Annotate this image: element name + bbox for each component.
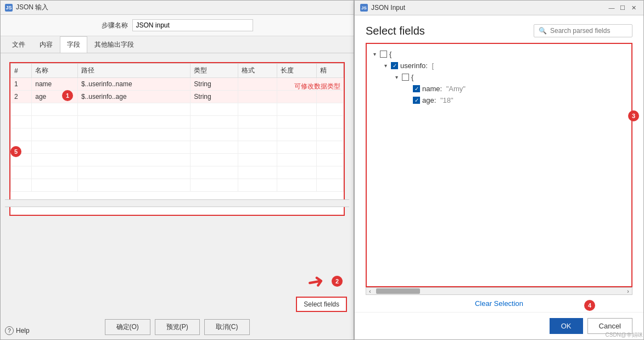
step-name-input[interactable] (132, 19, 253, 31)
dialog-titlebar-left: JS JSON Input (360, 4, 405, 12)
badge-5: 5 (10, 146, 21, 157)
scroll-left-arrow[interactable]: ‹ (366, 287, 374, 295)
main-titlebar: JS JSON 输入 (1, 1, 354, 15)
dialog-heading: Select fields (366, 25, 425, 37)
step-name-row: 步骤名称 (1, 15, 354, 36)
select-fields-button[interactable]: Select fields (296, 297, 347, 312)
checkbox-userinfo[interactable]: ✓ (391, 62, 398, 69)
checkbox-age[interactable]: ✓ (413, 97, 420, 104)
cell-path: $..userinfo..name (77, 78, 190, 91)
tree-userinfo-node[interactable]: ▾ ✓ userinfo: [ (382, 60, 627, 71)
col-name: 名称 (32, 64, 78, 78)
cell-path: $..userinfo..age (77, 91, 190, 103)
main-title-icon: JS (5, 4, 13, 12)
cell-prec (317, 91, 344, 103)
tree-age-label: age: (422, 96, 436, 104)
table-row (11, 154, 344, 166)
col-num: # (11, 64, 32, 78)
col-length: 长度 (277, 64, 317, 78)
tree-age-node[interactable]: ✓ age: "18" (404, 94, 627, 106)
scroll-right-arrow[interactable]: › (624, 287, 632, 295)
step-name-label: 步骤名称 (102, 21, 128, 30)
watermark: CSDN@辛娟咪 (606, 331, 643, 339)
tree-root-label: { (389, 50, 391, 58)
dialog-titlebar: JS JSON Input — ☐ ✕ (355, 1, 643, 15)
tree-children-userinfo: ▾ { ✓ name: "Amy" ✓ (393, 71, 627, 106)
tree-name-value: "Amy" (444, 85, 466, 93)
expand-userinfo[interactable]: ▾ (382, 63, 389, 69)
search-input[interactable] (550, 27, 621, 35)
horizontal-scrollbar[interactable] (5, 199, 349, 207)
cell-type: String (191, 91, 238, 103)
tree-children-sub: ✓ name: "Amy" ✓ age: "18" (404, 83, 627, 106)
tree-area: ▾ { ▾ ✓ userinfo: [ ▾ { (366, 43, 632, 287)
close-button[interactable]: ✕ (629, 3, 638, 12)
scrollbar-thumb[interactable] (376, 288, 420, 294)
tree-name-node[interactable]: ✓ name: "Amy" (404, 83, 627, 94)
main-bottom-buttons: 确定(O) 预览(P) 取消(C) (1, 319, 354, 335)
preview-button[interactable]: 预览(P) (155, 319, 200, 335)
ok-button[interactable]: OK (550, 318, 583, 334)
dialog-header: Select fields 🔍 (355, 15, 643, 43)
cell-name: name (32, 78, 78, 91)
dialog-titlebar-controls: — ☐ ✕ (607, 3, 638, 12)
badge-4: 4 (584, 300, 595, 311)
cell-format (238, 91, 277, 103)
col-type: 类型 (191, 64, 238, 78)
badge-3: 3 (628, 110, 639, 121)
tree-root-node[interactable]: ▾ { (371, 48, 627, 60)
dialog-footer: OK Cancel (355, 312, 643, 339)
cell-type: String (191, 78, 238, 91)
checkbox-name[interactable]: ✓ (413, 85, 420, 92)
search-box[interactable]: 🔍 (534, 24, 632, 37)
cancel-main-button[interactable]: 取消(C) (204, 319, 250, 335)
tree-age-value: "18" (438, 96, 453, 104)
table-row[interactable]: 2 age $..userinfo..age String (11, 91, 344, 103)
col-precision: 精 (317, 64, 344, 78)
clear-selection-link[interactable]: Clear Selection (475, 299, 523, 308)
cell-length (277, 91, 317, 103)
tab-other-output[interactable]: 其他输出字段 (87, 36, 141, 53)
col-format: 格式 (238, 64, 277, 78)
cell-num: 2 (11, 91, 32, 103)
minimize-button[interactable]: — (607, 3, 616, 12)
col-path: 路径 (77, 64, 190, 78)
tab-fields[interactable]: 字段 (60, 36, 87, 53)
search-icon: 🔍 (539, 27, 547, 35)
dialog-title-text: JSON Input (371, 4, 405, 12)
dialog-window: JS JSON Input — ☐ ✕ Select fields 🔍 ▾ { … (354, 0, 644, 340)
tree-userinfo-label: userinfo: (400, 62, 428, 70)
tabs-bar: 文件 内容 字段 其他输出字段 (1, 36, 354, 53)
expand-root[interactable]: ▾ (371, 51, 378, 57)
tree-userinfo-value: [ (430, 62, 434, 70)
maximize-button[interactable]: ☐ (618, 3, 627, 12)
dialog-horizontal-scrollbar[interactable]: ‹ › (366, 287, 632, 295)
tab-file[interactable]: 文件 (5, 36, 32, 53)
modifiable-text: 可修改数据类型 (290, 81, 345, 91)
table-row (11, 166, 344, 179)
main-title-text: JSON 输入 (16, 3, 48, 12)
badge-2: 2 (332, 276, 343, 287)
clear-selection-row: Clear Selection (355, 295, 643, 312)
dialog-title-icon: JS (360, 4, 368, 12)
cell-num: 1 (11, 78, 32, 91)
tree-sub-node[interactable]: ▾ { (393, 71, 627, 83)
tree-sub-label: { (411, 73, 413, 81)
checkbox-root[interactable] (380, 51, 387, 58)
table-row (11, 129, 344, 141)
confirm-button[interactable]: 确定(O) (105, 319, 150, 335)
cell-format (238, 78, 277, 91)
table-row (11, 179, 344, 192)
tree-name-label: name: (422, 85, 442, 93)
table-row (11, 103, 344, 116)
main-window: JS JSON 输入 步骤名称 文件 内容 字段 其他输出字段 # 名称 (0, 0, 354, 340)
expand-sub[interactable]: ▾ (393, 74, 400, 80)
checkbox-sub[interactable] (402, 74, 409, 81)
tree-children-root: ▾ ✓ userinfo: [ ▾ { ✓ name: (382, 60, 627, 106)
badge-1: 1 (62, 90, 73, 101)
tab-content[interactable]: 内容 (32, 36, 60, 53)
table-row (11, 116, 344, 129)
table-row (11, 141, 344, 154)
